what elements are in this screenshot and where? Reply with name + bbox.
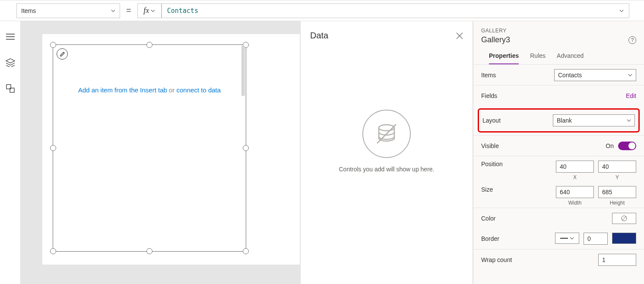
- data-empty-state: Controls you add will show up here.: [301, 45, 473, 284]
- prop-layout-label: Layout: [482, 117, 501, 124]
- position-y-input[interactable]: 40: [598, 161, 636, 173]
- fields-edit-link[interactable]: Edit: [626, 92, 636, 99]
- chevron-down-icon: [570, 236, 574, 240]
- chevron-down-icon: [619, 9, 624, 13]
- prop-wrap-row: Wrap count 1: [473, 249, 644, 270]
- chevron-down-icon: [111, 9, 115, 13]
- chevron-down-icon: [628, 73, 632, 77]
- items-value: Contacts: [558, 72, 582, 79]
- left-nav-rail: [0, 21, 21, 284]
- gallery-control-selected[interactable]: Add an item from the Insert tab or conne…: [53, 44, 246, 252]
- close-icon: [456, 32, 463, 39]
- size-height-input[interactable]: 685: [598, 186, 636, 198]
- properties-panel: GALLERY Gallery3 ? Properties Rules Adva…: [473, 21, 644, 284]
- prop-visible-label: Visible: [481, 142, 499, 149]
- svg-line-5: [622, 216, 626, 221]
- layout-value: Blank: [557, 117, 572, 124]
- control-name[interactable]: Gallery3: [481, 35, 510, 44]
- hint-insert-link[interactable]: Add an item from the Insert tab: [78, 86, 167, 94]
- help-button[interactable]: ?: [628, 36, 636, 44]
- prop-items-label: Items: [481, 72, 496, 79]
- resize-handle[interactable]: [50, 145, 56, 151]
- close-button[interactable]: [456, 32, 463, 39]
- resize-handle[interactable]: [146, 42, 152, 48]
- resize-handle[interactable]: [243, 145, 249, 151]
- resize-handle[interactable]: [50, 42, 56, 48]
- border-width-input[interactable]: 0: [584, 233, 608, 245]
- menu-icon[interactable]: [6, 32, 15, 41]
- items-dropdown[interactable]: Contacts: [554, 69, 636, 81]
- database-disabled-icon: [362, 110, 411, 158]
- tab-rules[interactable]: Rules: [530, 52, 546, 64]
- visible-toggle[interactable]: [618, 142, 636, 150]
- prop-position-row: Position 40 X 40 Y: [473, 156, 644, 182]
- chevron-down-icon: [627, 118, 631, 123]
- hint-connect-link[interactable]: connect to data: [177, 86, 221, 94]
- layers-icon[interactable]: [6, 58, 15, 67]
- prop-color-label: Color: [481, 215, 495, 222]
- data-panel-title: Data: [310, 31, 328, 41]
- formula-text: Contacts: [167, 7, 198, 15]
- wrap-count-input[interactable]: 1: [598, 254, 636, 266]
- prop-border-label: Border: [481, 235, 499, 242]
- resize-handle[interactable]: [146, 248, 152, 254]
- prop-size-label: Size: [481, 186, 493, 193]
- prop-layout-row: Layout Blank: [478, 108, 640, 133]
- position-x-label: X: [573, 174, 577, 180]
- size-height-label: Height: [610, 200, 625, 206]
- gallery-hint: Add an item from the Insert tab or conne…: [53, 86, 246, 94]
- border-style-dropdown[interactable]: [555, 233, 579, 244]
- resize-handle[interactable]: [243, 248, 249, 254]
- size-width-label: Width: [568, 200, 582, 206]
- border-color-swatch[interactable]: [612, 233, 636, 244]
- visible-on-text: On: [606, 142, 614, 149]
- pencil-icon: [60, 51, 65, 57]
- property-name: Items: [21, 7, 36, 14]
- position-y-label: Y: [615, 174, 619, 180]
- data-panel: Data Controls you add will show up here.: [300, 21, 473, 284]
- insert-icon[interactable]: [6, 84, 15, 93]
- prop-wrap-label: Wrap count: [481, 256, 512, 263]
- prop-color-row: Color: [473, 208, 644, 228]
- formula-input[interactable]: Contacts: [162, 3, 629, 18]
- resize-handle[interactable]: [50, 248, 56, 254]
- border-line-icon: [560, 238, 568, 239]
- canvas-area[interactable]: Add an item from the Insert tab or conne…: [21, 21, 300, 284]
- layout-dropdown[interactable]: Blank: [553, 114, 635, 126]
- prop-border-row: Border 0: [473, 228, 644, 249]
- property-tabs: Properties Rules Advanced: [481, 52, 636, 64]
- control-type-label: GALLERY: [481, 28, 636, 34]
- chevron-down-icon: [151, 9, 155, 13]
- color-picker-button[interactable]: [612, 213, 636, 224]
- fx-button[interactable]: fx: [137, 3, 162, 18]
- tab-advanced[interactable]: Advanced: [557, 52, 584, 64]
- prop-size-row: Size 640 Width 685 Height: [473, 182, 644, 208]
- tab-properties[interactable]: Properties: [489, 52, 519, 64]
- size-width-input[interactable]: 640: [556, 186, 594, 198]
- prop-fields-label: Fields: [481, 92, 497, 99]
- prop-fields-row: Fields Edit: [473, 85, 644, 106]
- property-dropdown[interactable]: Items: [16, 3, 120, 18]
- edit-pencil-button[interactable]: [57, 48, 68, 60]
- prop-items-row: Items Contacts: [473, 64, 644, 85]
- position-x-input[interactable]: 40: [556, 161, 594, 173]
- prop-visible-row: Visible On: [473, 135, 644, 156]
- formula-bar: Items = fx Contacts: [0, 0, 644, 21]
- hint-or: or: [167, 86, 177, 94]
- app-canvas[interactable]: Add an item from the Insert tab or conne…: [42, 34, 300, 265]
- fx-label: fx: [143, 6, 149, 15]
- prop-position-label: Position: [481, 161, 503, 167]
- data-empty-message: Controls you add will show up here.: [339, 166, 434, 173]
- no-color-icon: [621, 215, 628, 222]
- equals-label: =: [126, 6, 131, 16]
